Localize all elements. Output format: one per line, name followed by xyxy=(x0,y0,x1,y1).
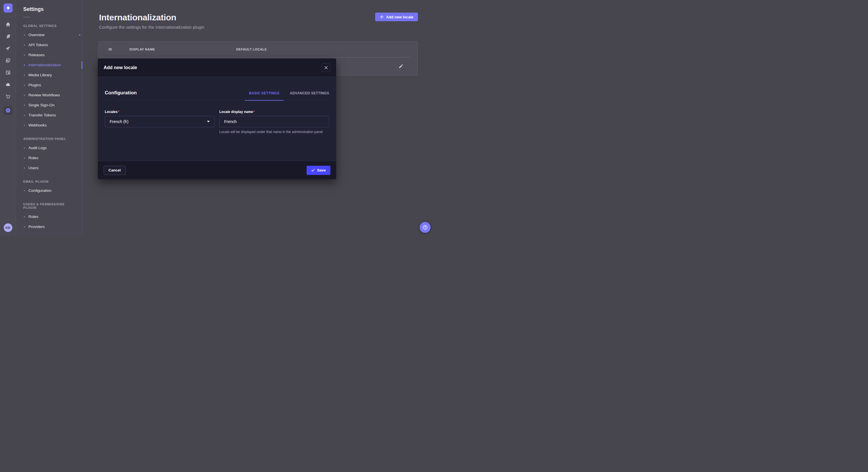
sidebar-item-internationalization[interactable]: Internationalization xyxy=(23,60,78,70)
bullet-icon xyxy=(24,34,25,36)
sidebar-item-overview[interactable]: Overview xyxy=(23,30,78,40)
bullet-icon xyxy=(24,167,25,169)
required-asterisk: * xyxy=(253,110,255,114)
strapi-logo[interactable] xyxy=(3,3,12,12)
section-label-global-settings: GLOBAL SETTINGS xyxy=(23,24,78,28)
sidebar-item-up-roles[interactable]: Roles xyxy=(23,212,78,222)
sidebar-item-review-workflows[interactable]: Review Workflows xyxy=(23,90,78,100)
bullet-icon xyxy=(24,74,25,76)
bullet-icon xyxy=(24,95,25,96)
pencil-icon xyxy=(398,64,404,69)
tab-basic-settings[interactable]: BASIC SETTINGS xyxy=(249,91,279,96)
bullet-icon xyxy=(24,85,25,86)
required-asterisk: * xyxy=(118,110,119,114)
paper-plane-icon[interactable] xyxy=(5,45,11,51)
modal-close-button[interactable] xyxy=(322,63,330,72)
sidebar-title-divider xyxy=(23,17,30,17)
bullet-icon xyxy=(24,190,25,191)
sidebar-item-single-sign-on[interactable]: Single Sign-On xyxy=(23,100,78,110)
bullet-icon xyxy=(24,158,25,159)
feather-icon[interactable] xyxy=(5,34,11,39)
display-name-label: Locale display name* xyxy=(219,110,329,114)
sidebar-item-plugins[interactable]: Plugins xyxy=(23,80,78,90)
layout-icon[interactable] xyxy=(5,70,11,75)
locales-select-value: French (fr) xyxy=(110,119,128,124)
section-label-administration-panel: ADMINISTRATION PANEL xyxy=(23,137,78,140)
close-icon xyxy=(324,66,328,69)
sidebar-item-releases[interactable]: Releases xyxy=(23,50,78,60)
modal-footer: Cancel Save xyxy=(98,161,336,179)
tab-advanced-settings[interactable]: ADVANCED SETTINGS xyxy=(290,91,329,96)
add-new-locale-button[interactable]: Add new locale xyxy=(375,12,418,21)
page-title: Internationalization xyxy=(99,12,205,23)
bullet-icon xyxy=(24,44,25,45)
modal-body: Configuration BASIC SETTINGS ADVANCED SE… xyxy=(98,77,336,161)
modal-title: Add new locale xyxy=(104,65,137,70)
cloud-icon[interactable] xyxy=(5,82,11,88)
modal-header: Add new locale xyxy=(98,59,336,77)
sidebar-item-up-providers[interactable]: Providers xyxy=(23,222,78,232)
sidebar-item-webhooks[interactable]: Webhooks xyxy=(23,120,78,130)
save-button[interactable]: Save xyxy=(307,166,330,175)
bullet-icon xyxy=(24,216,25,217)
rail-divider xyxy=(0,16,16,16)
sidebar-item-transfer-tokens[interactable]: Transfer Tokens xyxy=(23,110,78,120)
strapi-logo-icon xyxy=(5,5,11,11)
column-header-default-locale: DEFAULT LOCALE xyxy=(236,47,267,51)
locales-select[interactable]: French (fr) xyxy=(105,116,215,127)
display-name-input[interactable] xyxy=(219,116,329,127)
sidebar-item-api-tokens[interactable]: API Tokens xyxy=(23,40,78,50)
help-button[interactable] xyxy=(420,222,431,233)
check-icon xyxy=(311,168,315,172)
cancel-button[interactable]: Cancel xyxy=(104,166,126,175)
bullet-icon xyxy=(24,147,25,148)
icon-rail: KD xyxy=(0,0,16,236)
section-label-email-plugin: EMAIL PLUGIN xyxy=(23,180,78,183)
settings-gear-icon[interactable] xyxy=(3,106,12,115)
table-header-row: ID DISPLAY NAME DEFAULT LOCALE xyxy=(98,41,417,57)
locales-field: Locales* French (fr) xyxy=(105,110,215,134)
sidebar-item-admin-users[interactable]: Users xyxy=(23,163,78,173)
bullet-icon xyxy=(24,105,25,106)
cart-icon[interactable] xyxy=(5,94,11,100)
bullet-icon xyxy=(24,55,25,56)
sidebar-item-media-library[interactable]: Media Library xyxy=(23,70,78,80)
plus-icon xyxy=(380,15,384,19)
column-header-id: ID xyxy=(108,47,129,51)
sidebar-title: Settings xyxy=(23,6,78,12)
locales-label: Locales* xyxy=(105,110,215,114)
edit-locale-button[interactable] xyxy=(398,64,404,69)
display-name-hint: Locale will be displayed under that name… xyxy=(219,130,329,134)
bullet-icon xyxy=(24,125,25,126)
section-label-users-permissions-plugin: USERS & PERMISSIONS PLUGIN xyxy=(23,202,78,209)
question-mark-icon xyxy=(422,225,428,230)
bullet-icon xyxy=(24,226,25,227)
bullet-icon xyxy=(24,65,25,66)
media-library-icon[interactable] xyxy=(5,58,11,63)
sidebar-item-audit-logs[interactable]: Audit Logs xyxy=(23,143,78,153)
column-header-display-name: DISPLAY NAME xyxy=(129,47,236,51)
display-name-field: Locale display name* Locale will be disp… xyxy=(219,110,329,134)
bullet-icon xyxy=(24,115,25,116)
page-subtitle: Configure the settings for the Internati… xyxy=(99,25,205,30)
sidebar-item-email-configuration[interactable]: Configuration xyxy=(23,186,78,196)
settings-sidebar: Settings GLOBAL SETTINGS Overview API To… xyxy=(17,0,83,236)
chevron-down-icon xyxy=(207,121,210,123)
settings-tabs: BASIC SETTINGS ADVANCED SETTINGS xyxy=(249,91,329,96)
home-icon[interactable] xyxy=(5,22,11,27)
user-avatar[interactable]: KD xyxy=(4,224,12,232)
add-new-locale-modal: Add new locale Configuration BASIC SETTI… xyxy=(98,59,336,179)
configuration-heading: Configuration xyxy=(105,90,136,96)
sidebar-item-admin-roles[interactable]: Roles xyxy=(23,153,78,163)
